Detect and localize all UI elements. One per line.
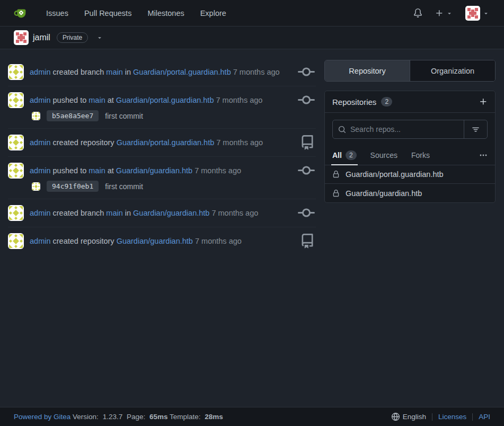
actor-avatar[interactable] [8, 163, 24, 179]
repo-search-row [325, 113, 495, 145]
language-dropdown[interactable]: English [392, 413, 432, 421]
feed-item: admin created branch main in Guardian/gu… [8, 199, 316, 227]
feed-text: admin created branch main in Guardian/po… [30, 67, 316, 77]
git-commit-icon [298, 162, 315, 179]
feed-item: admin created branch main in Guardian/po… [8, 58, 316, 86]
profile-avatar[interactable] [14, 30, 29, 45]
actor-avatar[interactable] [8, 135, 24, 150]
repo-filter-button[interactable] [464, 120, 487, 138]
repo-icon [300, 234, 315, 248]
actor-avatar[interactable] [8, 92, 24, 108]
actor-link[interactable]: admin [30, 166, 51, 175]
nav-link-pull-requests[interactable]: Pull Requests [76, 0, 139, 26]
top-navbar: Issues Pull Requests Milestones Explore [0, 0, 504, 26]
template-time-value: 28ms [205, 413, 223, 421]
chevron-down-icon [483, 10, 489, 16]
committer-avatar[interactable] [32, 182, 40, 191]
actor-link[interactable]: admin [30, 96, 51, 104]
repo-link[interactable]: Guardian/guardian.htb [116, 166, 192, 175]
feed-item: admin created repository Guardian/guardi… [8, 227, 316, 255]
actor-link[interactable]: admin [30, 138, 51, 147]
version-value: 1.23.7 [103, 413, 123, 421]
branch-link[interactable]: main [106, 209, 122, 217]
activity-feed: admin created branch main in Guardian/po… [8, 58, 316, 255]
licenses-link[interactable]: Licenses [432, 413, 472, 421]
context-tabs: Repository Organization [324, 60, 496, 82]
repo-list-item[interactable]: Guardian/guardian.htb [325, 184, 495, 202]
notifications-button[interactable] [407, 8, 429, 17]
nav-link-milestones[interactable]: Milestones [139, 0, 192, 26]
actor-link[interactable]: admin [30, 237, 51, 245]
all-count-badge: 2 [346, 150, 357, 160]
git-commit-icon [298, 92, 315, 109]
actor-link[interactable]: admin [30, 68, 51, 76]
branch-link[interactable]: main [106, 68, 122, 76]
actor-link[interactable]: admin [30, 209, 51, 217]
actor-avatar[interactable] [8, 64, 24, 80]
language-label: English [403, 413, 426, 421]
page-footer: Powered by Gitea Version: 1.23.7 Page: 6… [0, 407, 504, 426]
create-new-dropdown[interactable] [429, 9, 459, 17]
repositories-count-badge: 2 [381, 97, 392, 106]
branch-link[interactable]: main [89, 96, 105, 104]
repo-list-item[interactable]: Guardian/portal.guardian.htb [325, 165, 495, 184]
timestamp: 7 months ago [233, 68, 280, 76]
dashboard-sidebar: Repository Organization Repositories 2 [324, 58, 496, 203]
repositories-panel: Repositories 2 [324, 91, 496, 203]
filter-icon [472, 126, 480, 134]
powered-by-gitea-link[interactable]: Powered by Gitea [14, 413, 70, 421]
filter-tab-forks[interactable]: Forks [411, 145, 430, 165]
more-filters-kebab-icon[interactable] [479, 151, 488, 159]
feed-text: admin created repository Guardian/portal… [30, 137, 316, 148]
commit-message: first commit [105, 182, 143, 191]
timestamp: 7 months ago [211, 209, 258, 217]
repo-search-input[interactable] [350, 125, 458, 134]
repo-list: Guardian/portal.guardian.htb Guardian/gu… [325, 165, 495, 202]
search-icon [338, 126, 346, 134]
feed-item: admin created repository Guardian/portal… [8, 129, 316, 157]
gitea-logo-icon[interactable] [13, 5, 29, 21]
branch-link[interactable]: main [89, 166, 105, 175]
git-commit-icon [298, 205, 315, 221]
feed-text: admin pushed to main at Guardian/portal.… [30, 95, 316, 105]
page-time-value: 65ms [149, 413, 168, 421]
user-menu-dropdown[interactable] [459, 6, 496, 21]
commit-row: 94c91f0eb1 first commit [32, 181, 316, 192]
repo-link[interactable]: Guardian/portal.guardian.htb [116, 96, 214, 104]
tab-organization[interactable]: Organization [410, 60, 495, 81]
bell-icon [413, 8, 422, 17]
actor-avatar[interactable] [8, 233, 24, 249]
nav-link-explore[interactable]: Explore [192, 0, 234, 26]
page-time-label: Page: [127, 413, 145, 421]
tab-repository[interactable]: Repository [325, 60, 410, 81]
repo-link[interactable]: Guardian/guardian.htb [117, 237, 193, 245]
feed-text: admin pushed to main at Guardian/guardia… [30, 165, 316, 176]
commit-hash-link[interactable]: b5ae8a5ee7 [47, 110, 99, 121]
api-link[interactable]: API [473, 413, 490, 421]
repo-link[interactable]: Guardian/portal.guardian.htb [133, 68, 231, 76]
committer-avatar[interactable] [32, 112, 40, 120]
commit-row: b5ae8a5ee7 first commit [32, 110, 316, 121]
commit-hash-link[interactable]: 94c91f0eb1 [47, 181, 99, 192]
lock-icon [332, 190, 340, 197]
timestamp: 7 months ago [216, 96, 263, 104]
nav-link-issues[interactable]: Issues [38, 0, 76, 26]
current-user-avatar [465, 6, 480, 21]
repositories-header: Repositories 2 [325, 91, 495, 113]
add-repository-button[interactable] [479, 97, 488, 106]
feed-text: admin created branch main in Guardian/gu… [30, 208, 316, 218]
actor-avatar[interactable] [8, 205, 24, 221]
globe-icon [392, 413, 400, 421]
repo-link[interactable]: Guardian/guardian.htb [133, 209, 209, 217]
repo-link[interactable]: Guardian/portal.guardian.htb [117, 138, 215, 147]
chevron-down-icon [446, 10, 453, 16]
filter-tab-all[interactable]: All 2 [332, 145, 357, 165]
template-time-label: Template: [170, 413, 201, 421]
context-switcher-caret[interactable] [96, 34, 103, 41]
version-label: Version: [73, 413, 99, 421]
main-content: admin created branch main in Guardian/po… [0, 49, 504, 255]
repo-name: Guardian/portal.guardian.htb [346, 170, 444, 179]
feed-text: admin created repository Guardian/guardi… [30, 236, 316, 246]
repo-filter-tabs: All 2 Sources Forks [325, 145, 495, 165]
filter-tab-sources[interactable]: Sources [370, 145, 397, 165]
